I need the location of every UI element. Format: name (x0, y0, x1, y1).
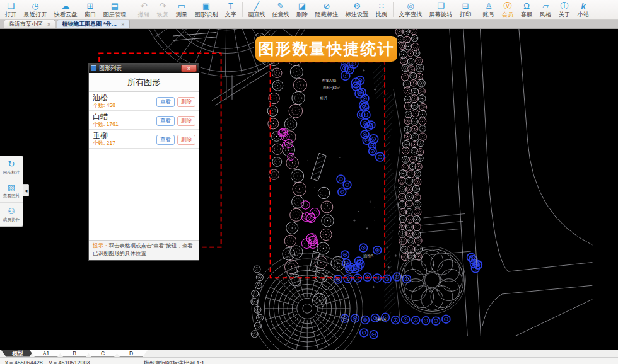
toolbar-item-support[interactable]: Ω客服 (517, 0, 536, 20)
toolbar-item-layers[interactable]: ▤图层管理 (100, 0, 130, 20)
toolbar-item-find-text[interactable]: ◎文字查找 (395, 0, 426, 20)
ksite-icon: k (581, 1, 585, 11)
row-buttons: 查看删除 (156, 116, 195, 126)
doc-tab[interactable]: 临沂市某小区× (4, 20, 55, 28)
cloud-drive-icon: ☁ (62, 1, 70, 11)
dialog-title-bar[interactable]: 图形列表 × (89, 64, 199, 73)
view-button[interactable]: 查看 (156, 116, 175, 126)
close-icon[interactable]: × (181, 65, 197, 72)
window-icon: ⊞ (87, 1, 94, 11)
toolbar-item-label: 比例 (376, 11, 387, 17)
toolbar-item-vip[interactable]: Ⓥ会员 (498, 0, 517, 20)
toolbar-item-label: 会员 (502, 11, 513, 17)
toolbar-item-label: 撤销 (138, 11, 149, 17)
toolbar-item-freehand-line[interactable]: ✎任意线 (269, 0, 293, 20)
canvas-label: 图案A(5) (322, 78, 336, 83)
sidebar-item-sync-annotation[interactable]: ↻同步标注 (0, 156, 23, 179)
panel-collapse-button[interactable]: ◀ (23, 184, 29, 196)
shape-row[interactable]: 油松个数: 458查看删除 (89, 92, 199, 111)
toolbar-divider (132, 2, 132, 17)
toolbar-item-label: 图层管理 (103, 11, 127, 17)
freehand-line-icon: ✎ (277, 1, 284, 11)
redo-icon: ↷ (160, 1, 166, 11)
canvas-label: 油松A (363, 254, 373, 258)
delete-button[interactable]: 删除 (177, 135, 195, 145)
delete-button[interactable]: 删除 (177, 116, 195, 126)
toolbar-item-ksite[interactable]: k小站 (574, 0, 593, 20)
vip-icon: Ⓥ (504, 1, 512, 11)
about-icon: ⓘ (561, 1, 569, 11)
sidebar-item-label: 成员协作 (3, 216, 20, 222)
toolbar-item-account[interactable]: ♙账号 (479, 0, 498, 20)
toolbar-item-label: 文字 (225, 11, 236, 17)
canvas-label: 面积≈82㎡ (323, 86, 341, 90)
toolbar-item-redo[interactable]: ↷恢复 (153, 0, 172, 20)
toolbar-item-text[interactable]: T文字 (221, 0, 240, 20)
toolbar-item-draw-line[interactable]: ╱画直线 (245, 0, 269, 20)
document-tab-bar: 临沂市某小区×植物施工图总图 *分…× (0, 20, 618, 29)
doc-tab[interactable]: 植物施工图总图 *分…× (57, 20, 129, 28)
sheet-tab-A1[interactable]: A1 (30, 350, 62, 357)
text-icon: T (228, 1, 233, 11)
toolbar-item-annotation-settings[interactable]: ⚙标注设置 (342, 0, 372, 20)
toolbar-item-measure[interactable]: ▭测量 (172, 0, 191, 20)
toolbar-item-label: 删除 (296, 11, 308, 17)
toolbar-item-hide-annotation[interactable]: ⊘隐藏标注 (312, 0, 342, 20)
view-button[interactable]: 查看 (156, 97, 175, 107)
sheet-tab-模型[interactable]: 模型 (1, 350, 34, 357)
toolbar-item-recent-files[interactable]: ◷最近打开 (20, 0, 50, 20)
member-collaboration-icon: ⚇ (8, 207, 15, 216)
dialog-app-icon (91, 65, 96, 71)
status-bar: x = 455064428 y = 4510512003 模型空间的标注比例 1… (0, 357, 618, 364)
toolbar-item-erase[interactable]: ◪删除 (293, 0, 312, 20)
toolbar-item-rotate-screen[interactable]: ❐屏幕旋转 (426, 0, 456, 20)
dialog-hint: 提示：双击表格项或点击“查看”按钮，查看已识别图形的具体位置 (89, 240, 199, 260)
toolbar-item-about[interactable]: ⓘ关于 (555, 0, 574, 20)
toolbar-divider (393, 2, 394, 17)
view-button[interactable]: 查看 (156, 135, 175, 145)
toolbar-item-label: 窗口 (85, 11, 96, 17)
toolbar-divider (477, 2, 477, 17)
sheet-tab-bar: 模型A1BCD (0, 350, 618, 357)
toolbar-item-label: 任意线 (272, 11, 289, 17)
close-icon[interactable]: × (121, 21, 124, 28)
toolbar-item-print[interactable]: ⊟打印 (456, 0, 475, 20)
toolbar-item-label: 风格 (540, 11, 551, 17)
toolbar-item-label: 打开 (5, 11, 16, 17)
shape-row[interactable]: 垂柳个数: 217查看删除 (89, 130, 199, 149)
application-window: ❏打开◷最近打开☁快看云盘⊞窗口▤图层管理↶撤销↷恢复▭测量▣图形识别T文字╱画… (0, 0, 618, 364)
toolbar-item-shape-recognition[interactable]: ▣图形识别 (191, 0, 221, 20)
toolbar-item-undo[interactable]: ↶撤销 (134, 0, 153, 20)
sidebar-item-label: 查看照片 (3, 193, 20, 198)
dialog-title: 图形列表 (99, 64, 181, 72)
doc-tab-label: 植物施工图总图 *分… (62, 20, 117, 28)
delete-button[interactable]: 删除 (177, 97, 195, 107)
doc-tab-label: 临沂市某小区 (9, 20, 43, 28)
main-toolbar: ❏打开◷最近打开☁快看云盘⊞窗口▤图层管理↶撤销↷恢复▭测量▣图形识别T文字╱画… (0, 0, 618, 20)
toolbar-item-window[interactable]: ⊞窗口 (81, 0, 100, 20)
layers-icon: ▤ (111, 1, 119, 11)
toolbar-item-open-file[interactable]: ❏打开 (1, 0, 20, 20)
close-icon[interactable]: × (47, 21, 50, 28)
toolbar-item-label: 标注设置 (346, 11, 369, 17)
account-icon: ♙ (485, 1, 493, 11)
annotation-settings-icon: ⚙ (353, 1, 361, 11)
toolbar-item-style[interactable]: ▱风格 (536, 0, 555, 20)
rotate-screen-icon: ❐ (437, 1, 445, 11)
shape-row[interactable]: 白蜡个数: 1761查看删除 (89, 111, 199, 130)
cad-canvas[interactable]: 图案A(5)面积≈82㎡牡丹油松A油松A 图形数量快捷统计 图形列表 × 所有图… (0, 29, 618, 350)
canvas-label: 牡丹 (320, 96, 327, 100)
toolbar-item-label: 客服 (521, 11, 532, 17)
find-text-icon: ◎ (407, 1, 414, 11)
sidebar-item-view-photos[interactable]: ▧查看照片 (0, 179, 23, 203)
sheet-tab-D[interactable]: D (115, 350, 148, 357)
sheet-tab-C[interactable]: C (86, 350, 119, 357)
toolbar-item-label: 隐藏标注 (315, 11, 339, 17)
sheet-tab-B[interactable]: B (58, 350, 91, 357)
toolbar-item-label: 图形识别 (195, 11, 218, 17)
toolbar-item-cloud-drive[interactable]: ☁快看云盘 (50, 0, 81, 20)
measure-icon: ▭ (178, 1, 185, 11)
toolbar-item-scale-ratio[interactable]: ∷比例 (372, 0, 391, 20)
cursor-coordinates: x = 455064428 y = 4510512003 (5, 360, 90, 364)
sidebar-item-member-collaboration[interactable]: ⚇成员协作 (0, 203, 23, 226)
